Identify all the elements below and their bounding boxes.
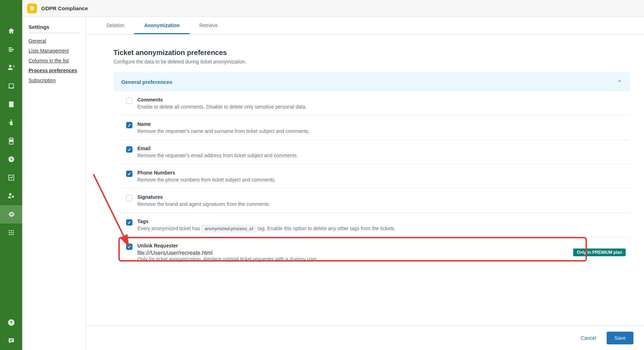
pref-title: Unlink Requester (137, 243, 569, 248)
svg-point-3 (12, 230, 14, 232)
nav-chat-icon[interactable] (0, 332, 22, 350)
sidebar-item-lists-management[interactable]: Lists Management (29, 48, 79, 54)
nav-settings-icon[interactable] (0, 205, 22, 223)
svg-point-5 (11, 232, 12, 233)
svg-point-9 (12, 234, 14, 235)
footer: Cancel Save (86, 326, 644, 350)
pref-desc: Remove the requester's email address fro… (137, 153, 626, 158)
nav-lock-user-icon[interactable] (0, 187, 22, 205)
nav-clock-icon[interactable] (0, 150, 22, 168)
save-button[interactable]: Save (607, 332, 633, 344)
sidebar-item-columns[interactable]: Columns in the list (29, 58, 79, 63)
pref-comments: Comments Enable to delete all comments. … (118, 91, 630, 116)
sidebar-item-subscription[interactable]: Subscription (29, 78, 79, 83)
nav-inbox-icon[interactable] (0, 77, 22, 95)
checkbox-unlink-requester[interactable] (126, 244, 132, 250)
checkbox-email[interactable] (126, 146, 132, 153)
tab-anonymization[interactable]: Anonymization (134, 17, 189, 34)
tab-retrieve[interactable]: Retrieve (190, 17, 228, 34)
pref-title: Tags (137, 219, 626, 224)
settings-heading: Settings (29, 24, 79, 33)
svg-point-8 (11, 234, 12, 235)
pref-title: Phone Numbers (137, 170, 626, 176)
nav-chart-icon[interactable] (0, 168, 22, 187)
svg-point-7 (8, 234, 10, 235)
pref-tags: Tags Every anonymized ticket has anonymi… (118, 213, 630, 237)
left-nav-rail: ? (0, 0, 22, 350)
pref-title: Signatures (137, 194, 626, 200)
accordion-title: General preferences (121, 79, 172, 85)
page-title: Ticket anonymization preferences (113, 49, 630, 57)
nav-apps-icon[interactable] (0, 223, 22, 242)
settings-sidebar: Settings General Lists Management Column… (22, 17, 86, 350)
main-panel: Deletion Anonymization Retrieve Ticket a… (86, 17, 644, 350)
pref-title: Name (137, 121, 626, 127)
chevron-up-icon (617, 79, 622, 85)
app-title: GDPR Compliance (41, 5, 88, 11)
nav-list-icon[interactable] (0, 40, 22, 59)
svg-rect-13 (32, 8, 32, 9)
code-tag: anonymized-process_id (202, 225, 256, 232)
checkbox-comments[interactable] (126, 98, 132, 104)
sidebar-item-process-preferences[interactable]: Process preferences (29, 68, 79, 73)
app-shield-icon (27, 4, 37, 13)
svg-point-2 (11, 230, 12, 232)
pref-signatures: Signatures Remove the brand and agent si… (118, 189, 630, 213)
checkbox-signatures[interactable] (126, 195, 132, 201)
svg-point-4 (8, 232, 10, 233)
svg-point-1 (8, 230, 10, 232)
svg-point-6 (12, 232, 14, 233)
tab-deletion[interactable]: Deletion (97, 17, 134, 34)
svg-text:?: ? (10, 320, 13, 325)
pref-unlink-requester: Unlink Requester file:///Users/user/recr… (118, 237, 630, 268)
pref-desc: Every anonymized ticket has anonymized-p… (137, 226, 626, 231)
pref-email: Email Remove the requester's email addre… (118, 140, 630, 164)
pref-desc: Remove the brand and agent signatures fr… (137, 201, 626, 207)
nav-org-icon[interactable] (0, 95, 22, 113)
cancel-button[interactable]: Cancel (576, 332, 600, 344)
top-header: GDPR Compliance (22, 0, 644, 17)
accordion-general-preferences[interactable]: General preferences (113, 72, 630, 91)
pref-title: Comments (137, 97, 626, 103)
sidebar-item-general[interactable]: General (29, 38, 79, 44)
pref-desc: Remove the requester's name and surname … (137, 128, 626, 134)
nav-person-icon[interactable] (0, 113, 22, 132)
pref-desc: Only for ticket anonymization. Replace o… (137, 256, 569, 262)
checkbox-phone[interactable] (126, 171, 132, 177)
pref-name: Name Remove the requester's name and sur… (118, 116, 630, 140)
checkbox-name[interactable] (126, 122, 132, 128)
nav-users-icon[interactable] (0, 59, 22, 77)
pref-desc: Remove the phone numbers from ticket sub… (137, 177, 626, 183)
pref-title: Email (137, 146, 626, 151)
tabs: Deletion Anonymization Retrieve (86, 17, 644, 35)
nav-clipboard-icon[interactable] (0, 132, 22, 150)
pref-desc: Enable to delete all comments. Disable t… (137, 104, 626, 110)
nav-home-icon[interactable] (0, 22, 22, 40)
nav-help-icon[interactable]: ? (0, 313, 22, 332)
pref-phone: Phone Numbers Remove the phone numbers f… (118, 164, 630, 189)
premium-badge: Only in PREMIUM plan (573, 248, 626, 256)
checkbox-tags[interactable] (126, 219, 132, 226)
page-subtitle: Configure the data to be deleted during … (113, 59, 630, 65)
